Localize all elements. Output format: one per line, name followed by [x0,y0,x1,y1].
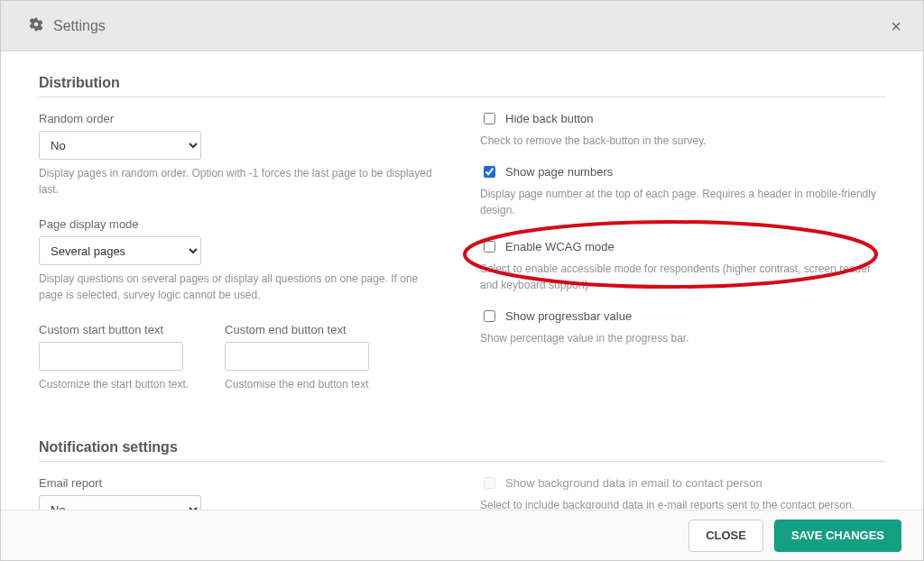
checkbox-progressbar[interactable] [484,310,495,322]
check-wcag[interactable]: Enable WCAG mode [480,240,885,255]
checkbox-show-page-numbers[interactable] [484,166,495,178]
field-page-display-mode: Page display mode Several pages Display … [39,217,444,303]
settings-dialog: Settings × Distribution Random order No … [0,0,924,561]
field-hide-back: Hide back button Check to remove the bac… [480,112,885,149]
check-progressbar[interactable]: Show progressbar value [480,309,885,325]
help-bg-contact: Select to include background data in e-m… [480,497,885,510]
check-bg-contact[interactable]: Show background data in email to contact… [480,476,885,492]
help-random-order: Display pages in random order. Option wi… [39,165,444,198]
label-show-page-numbers: Show page numbers [505,165,613,179]
field-show-page-numbers: Show page numbers Display page number at… [480,165,885,218]
field-bg-contact: Show background data in email to contact… [480,476,885,510]
notification-right: Show background data in email to contact… [480,476,885,510]
input-custom-start[interactable] [39,342,183,371]
dialog-body[interactable]: Distribution Random order No Display pag… [14,51,910,510]
label-wcag: Enable WCAG mode [505,240,614,253]
distribution-right: Hide back button Check to remove the bac… [480,112,885,412]
notification-columns: Email report No Send a notification when… [39,476,885,510]
save-changes-button[interactable]: SAVE CHANGES [774,520,901,552]
field-email-report: Email report No Send a notification when… [39,476,444,510]
field-custom-buttons: Custom start button text Customize the s… [39,323,444,392]
checkbox-hide-back[interactable] [484,113,495,124]
label-random-order: Random order [39,112,444,125]
help-wcag: Select to enable accessible mode for res… [480,261,885,293]
close-icon[interactable]: × [891,1,901,51]
label-custom-start: Custom start button text [39,323,189,336]
dialog-footer: CLOSE SAVE CHANGES [1,510,923,560]
section-heading-distribution: Distribution [39,75,885,97]
close-button[interactable]: CLOSE [688,520,763,552]
help-hide-back: Check to remove the back-button in the s… [480,133,885,149]
checkbox-bg-contact[interactable] [484,477,495,489]
select-page-display-mode[interactable]: Several pages [39,236,201,265]
check-show-page-numbers[interactable]: Show page numbers [480,165,885,180]
label-progressbar: Show progressbar value [505,309,632,323]
distribution-left: Random order No Display pages in random … [39,112,444,412]
field-random-order: Random order No Display pages in random … [39,112,444,198]
gear-icon [28,16,44,36]
label-bg-contact: Show background data in email to contact… [505,476,762,490]
notification-left: Email report No Send a notification when… [39,476,444,510]
distribution-columns: Random order No Display pages in random … [39,112,885,412]
select-random-order[interactable]: No [39,131,201,160]
subfield-custom-end: Custom end button text Customise the end… [225,323,369,392]
help-custom-end: Customise the end button text [225,376,369,392]
help-show-page-numbers: Display page number at the top of each p… [480,186,885,218]
help-custom-start: Customize the start button text. [39,376,189,392]
field-wcag: Enable WCAG mode Select to enable access… [480,235,885,293]
section-heading-notification: Notification settings [39,439,885,462]
field-progressbar: Show progressbar value Show percentage v… [480,309,885,346]
help-page-display-mode: Display questions on several pages or di… [39,271,444,303]
subfield-custom-start: Custom start button text Customize the s… [39,323,189,392]
input-custom-end[interactable] [225,342,369,371]
dialog-body-wrap: Distribution Random order No Display pag… [1,51,923,510]
dialog-header: Settings × [1,1,923,51]
select-email-report[interactable]: No [39,495,201,510]
label-page-display-mode: Page display mode [39,217,444,231]
check-hide-back[interactable]: Hide back button [480,112,885,127]
help-progressbar: Show percentage value in the progress ba… [480,330,885,346]
label-custom-end: Custom end button text [225,323,369,336]
label-email-report: Email report [39,476,444,490]
dialog-title: Settings [53,18,106,34]
checkbox-wcag[interactable] [484,241,495,253]
dialog-title-wrap: Settings [28,16,106,36]
label-hide-back: Hide back button [505,112,594,125]
